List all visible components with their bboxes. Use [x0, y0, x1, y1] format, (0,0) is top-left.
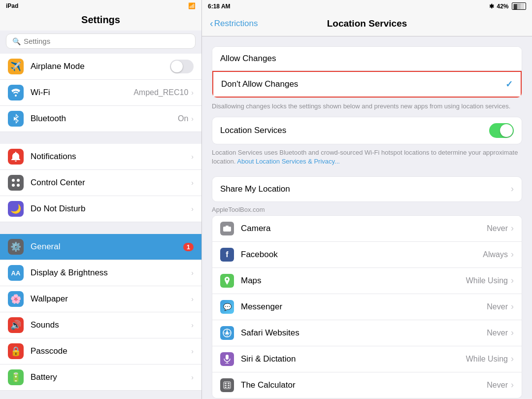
battery-chevron: › — [191, 373, 194, 381]
settings-item-bluetooth[interactable]: Bluetooth On › — [0, 106, 201, 132]
camera-value: Never — [487, 224, 508, 233]
time-display: 6:18 AM — [208, 3, 231, 10]
battery-icon: 🔋 — [8, 369, 24, 385]
siri-chevron: › — [511, 354, 514, 364]
safari-chevron: › — [511, 328, 514, 338]
general-label: General — [31, 242, 183, 252]
disallow-note: Disallowing changes locks the settings s… — [202, 98, 532, 117]
battery-label: Battery — [31, 372, 191, 382]
right-panel: 6:18 AM ✱ 42% ▓▒░ ‹ Restrictions Locatio… — [202, 0, 532, 399]
bluetooth-status-icon: ✱ — [489, 3, 494, 10]
app-item-facebook[interactable]: f Facebook Always › — [212, 242, 522, 268]
passcode-icon: 🔒 — [8, 343, 24, 359]
camera-label: Camera — [241, 224, 487, 233]
messenger-app-icon: 💬 — [220, 300, 234, 314]
allow-changes-label: Allow Changes — [220, 54, 514, 64]
search-icon: 🔍 — [12, 37, 21, 45]
bluetooth-label: Bluetooth — [31, 114, 178, 124]
airplane-toggle[interactable] — [170, 60, 194, 73]
settings-item-control-center[interactable]: Control Center › — [0, 170, 201, 196]
settings-item-airplane[interactable]: ✈️ Airplane Mode — [0, 54, 201, 80]
wifi-chevron: › — [191, 89, 194, 97]
settings-item-dnd[interactable]: 🌙 Do Not Disturb › — [0, 196, 201, 222]
right-panel-title: Location Services — [327, 18, 407, 29]
svg-point-5 — [226, 228, 229, 231]
dnd-icon: 🌙 — [8, 201, 24, 217]
status-icons: ✱ 42% ▓▒░ — [489, 2, 527, 10]
search-bar[interactable]: 🔍 — [6, 33, 196, 49]
location-services-label: Location Services — [220, 126, 489, 135]
device-label: iPad — [6, 2, 18, 9]
safari-value: Never — [487, 329, 508, 337]
battery-percentage: 42% — [497, 3, 509, 10]
wifi-value: Amped_REC10 — [133, 88, 188, 97]
app-item-safari[interactable]: Safari Websites Never › — [212, 320, 522, 346]
airplane-icon: ✈️ — [8, 59, 24, 74]
svg-rect-18 — [228, 385, 230, 386]
location-services-section: Location Services — [212, 117, 522, 144]
control-chevron: › — [191, 179, 194, 187]
apps-section: Camera Never › f Facebook Always › Maps … — [212, 215, 522, 399]
location-services-toggle[interactable] — [489, 123, 514, 138]
calculator-label: The Calculator — [241, 380, 487, 390]
location-note: Location Services uses Bluetooth and cro… — [202, 144, 532, 168]
wallpaper-icon: 🌸 — [8, 291, 24, 307]
battery-indicator: ▓▒░ — [512, 2, 526, 10]
control-center-label: Control Center — [31, 178, 191, 188]
app-item-messenger[interactable]: 💬 Messenger Never › — [212, 294, 522, 320]
dont-allow-changes-item[interactable]: Don't Allow Changes ✓ — [212, 71, 522, 98]
settings-item-wallpaper[interactable]: 🌸 Wallpaper › — [0, 286, 201, 312]
settings-item-wifi[interactable]: Wi-Fi Amped_REC10 › — [0, 80, 201, 106]
bluetooth-value: On — [178, 114, 188, 123]
siri-label: Siri & Dictation — [241, 354, 466, 364]
sounds-label: Sounds — [31, 320, 191, 330]
app-item-calculator[interactable]: The Calculator Never › — [212, 372, 522, 398]
siri-app-icon — [220, 352, 234, 366]
display-chevron: › — [191, 269, 194, 277]
section-label: AppleToolBox.com — [202, 202, 532, 215]
svg-rect-11 — [226, 355, 229, 360]
maps-chevron: › — [511, 275, 514, 286]
control-center-icon — [8, 175, 24, 191]
left-status-bar: iPad 📶 — [0, 0, 201, 10]
back-button[interactable]: ‹ Restrictions — [210, 18, 258, 29]
location-privacy-link[interactable]: About Location Services & Privacy... — [237, 158, 340, 165]
settings-item-battery[interactable]: 🔋 Battery › — [0, 365, 201, 391]
share-location-chevron: › — [511, 184, 514, 194]
app-item-maps[interactable]: Maps While Using › — [212, 268, 522, 294]
maps-value: While Using — [466, 276, 508, 285]
settings-item-general[interactable]: ⚙️ General 1 — [0, 234, 201, 260]
settings-item-passcode[interactable]: 🔒 Passcode › — [0, 338, 201, 365]
general-badge: 1 — [183, 243, 194, 251]
search-input[interactable] — [24, 37, 189, 45]
share-location-item[interactable]: Share My Location › — [212, 177, 522, 201]
passcode-label: Passcode — [31, 346, 191, 356]
display-label: Display & Brightness — [31, 268, 191, 278]
wifi-icon — [8, 85, 24, 100]
facebook-chevron: › — [511, 249, 514, 260]
gap-1 — [0, 132, 201, 144]
settings-item-sounds[interactable]: 🔊 Sounds › — [0, 312, 201, 338]
allow-changes-item[interactable]: Allow Changes — [212, 47, 522, 71]
app-item-camera[interactable]: Camera Never › — [212, 216, 522, 242]
right-header: ‹ Restrictions Location Services — [202, 11, 532, 36]
general-icon: ⚙️ — [8, 239, 24, 255]
settings-item-display[interactable]: AA Display & Brightness › — [0, 260, 201, 286]
notifications-label: Notifications — [31, 152, 191, 162]
location-services-item[interactable]: Location Services — [212, 117, 522, 144]
left-panel: iPad 📶 Settings 🔍 ✈️ Airplane Mode — [0, 0, 202, 399]
back-label: Restrictions — [214, 19, 258, 29]
dnd-label: Do Not Disturb — [31, 204, 191, 214]
sounds-icon: 🔊 — [8, 317, 24, 333]
app-item-siri[interactable]: Siri & Dictation While Using › — [212, 346, 522, 372]
right-status-bar: 6:18 AM ✱ 42% ▓▒░ — [202, 0, 532, 11]
share-location-section: Share My Location › — [212, 176, 522, 202]
settings-item-notifications[interactable]: Notifications › — [0, 144, 201, 170]
section-connectivity: ✈️ Airplane Mode Wi-Fi Amped_REC10 › — [0, 54, 201, 132]
svg-rect-19 — [225, 387, 227, 388]
svg-point-2 — [12, 184, 15, 187]
dnd-chevron: › — [191, 205, 194, 213]
messenger-chevron: › — [511, 301, 514, 312]
facebook-app-icon: f — [220, 248, 234, 262]
calculator-value: Never — [487, 381, 508, 390]
